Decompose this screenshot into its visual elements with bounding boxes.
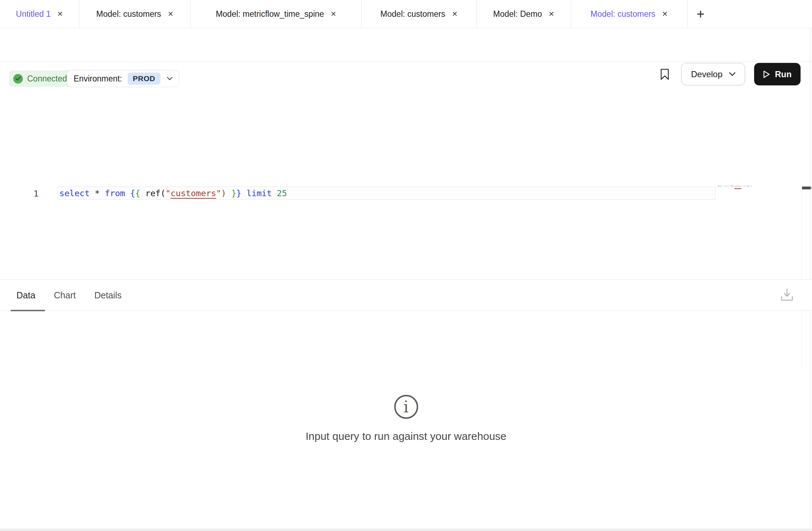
code-token: " (216, 188, 221, 198)
active-line-highlight[interactable]: select * from {{ ref("customers") }} lim… (57, 187, 716, 200)
environment-label: Environment: (74, 74, 122, 84)
check-circle-icon (13, 74, 23, 84)
code-token (100, 188, 105, 198)
results-tab-bar: DataChartDetails (0, 279, 812, 311)
code-token: select (59, 188, 90, 198)
editor-tab[interactable]: Untitled 1✕ (0, 0, 79, 28)
code-line[interactable]: select * from {{ ref("customers") }} lim… (59, 188, 287, 198)
run-button[interactable]: Run (754, 63, 801, 85)
results-tab-chart[interactable]: Chart (54, 290, 76, 301)
play-icon (763, 70, 770, 78)
code-token: from (105, 188, 125, 198)
close-icon[interactable]: ✕ (549, 10, 555, 18)
results-tab-details[interactable]: Details (94, 290, 122, 301)
code-token: 25 (277, 188, 287, 198)
add-tab-button[interactable]: + (688, 0, 713, 28)
editor-scrollbar-thumb[interactable] (802, 187, 811, 189)
editor-tab[interactable]: Model: customers✕ (79, 0, 191, 28)
ide-window: Untitled 1✕Model: customers✕Model: metri… (0, 0, 812, 531)
download-icon (781, 288, 793, 302)
info-icon-glyph: i (403, 399, 409, 415)
chevron-down-icon (167, 77, 173, 80)
results-tab-data[interactable]: Data (16, 290, 35, 301)
code-token: { (135, 188, 140, 198)
editor-tab-label: Model: Demo (493, 9, 542, 19)
line-number: 1 (0, 189, 39, 199)
editor-tab[interactable]: Model: customers✕ (362, 0, 477, 28)
code-token (272, 188, 277, 198)
code-token: customers (734, 185, 741, 187)
results-empty-state: i Input query to run against your wareho… (0, 395, 812, 442)
close-icon[interactable]: ✕ (168, 10, 174, 18)
close-icon[interactable]: ✕ (331, 10, 337, 18)
editor-tab-label: Untitled 1 (16, 9, 51, 19)
code-token: select (717, 185, 722, 187)
code-token: " (165, 188, 170, 198)
environment-value-badge: PROD (128, 73, 161, 85)
editor-minimap[interactable]: select * from {{ ref("customers") }} lim… (717, 185, 757, 187)
code-token: limit (746, 185, 750, 187)
code-token: { (130, 188, 135, 198)
bookmark-button[interactable] (659, 67, 671, 81)
code-token: customers (170, 188, 216, 198)
run-button-label: Run (775, 69, 792, 79)
code-token (140, 188, 145, 198)
minimap-divider (801, 190, 802, 367)
active-results-tab-indicator (11, 310, 45, 311)
code-token (241, 188, 246, 198)
editor-tab-label: Model: customers (96, 9, 161, 19)
develop-button-label: Develop (691, 69, 722, 79)
right-edge-divider (811, 28, 811, 529)
environment-selector[interactable]: Environment: PROD (67, 70, 179, 87)
connection-status-label: Connected (27, 74, 67, 84)
editor-tab[interactable]: Model: Demo✕ (477, 0, 571, 28)
code-token (90, 188, 95, 198)
code-token: * (95, 188, 100, 198)
code-token: } (236, 188, 241, 198)
code-token: from (724, 185, 728, 187)
editor-tab-label: Model: customers (380, 9, 445, 19)
editor-tab-label: Model: customers (590, 9, 655, 19)
code-token (125, 188, 130, 198)
page-bottom-strip (0, 529, 812, 531)
code-token: ( (160, 188, 165, 198)
close-icon[interactable]: ✕ (662, 10, 668, 18)
chevron-down-icon (729, 72, 736, 76)
code-token: 25 (751, 185, 752, 187)
develop-button[interactable]: Develop (681, 63, 745, 85)
editor-tab-bar: Untitled 1✕Model: customers✕Model: metri… (0, 0, 812, 28)
editor-tab-label: Model: metricflow_time_spine (216, 9, 324, 19)
download-button[interactable] (779, 287, 795, 303)
toolbar: Develop Run (0, 29, 812, 62)
code-token: ) (221, 188, 226, 198)
code-token: limit (247, 188, 272, 198)
code-token: } (231, 188, 236, 198)
code-token (226, 188, 231, 198)
connection-status-badge: Connected (9, 70, 73, 87)
bookmark-icon (660, 69, 669, 80)
empty-state-message: Input query to run against your warehous… (0, 430, 812, 442)
code-editor[interactable]: 1 select * from {{ ref("customers") }} l… (0, 89, 812, 279)
editor-tab[interactable]: Model: metricflow_time_spine✕ (191, 0, 362, 28)
close-icon[interactable]: ✕ (57, 10, 63, 18)
close-icon[interactable]: ✕ (452, 10, 458, 18)
editor-tab[interactable]: Model: customers✕ (571, 0, 688, 28)
info-icon: i (394, 395, 418, 419)
code-token: ref (145, 188, 160, 198)
